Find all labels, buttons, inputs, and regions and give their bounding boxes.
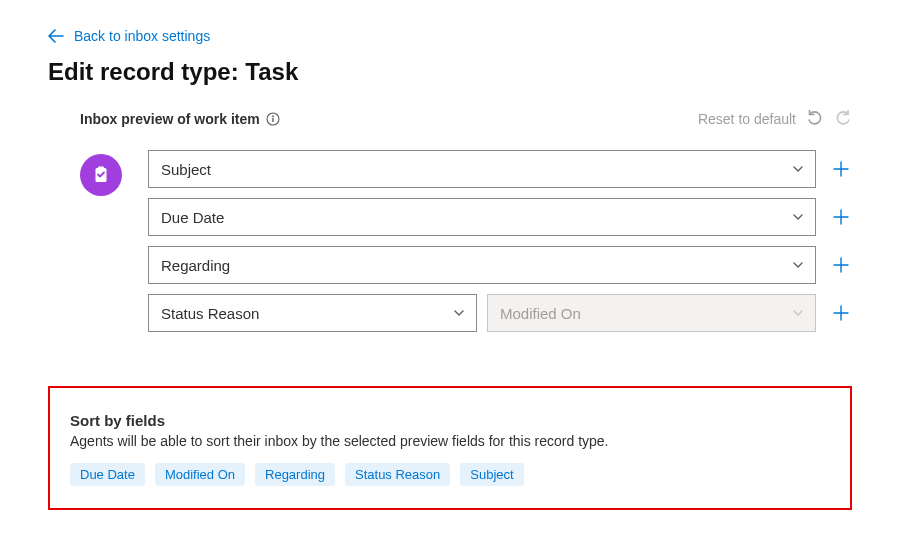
sort-field-chip[interactable]: Subject <box>460 463 523 486</box>
undo-icon[interactable] <box>806 110 824 128</box>
chevron-down-icon <box>791 210 805 224</box>
preview-field-value-2: Regarding <box>161 257 230 274</box>
reset-to-default-link[interactable]: Reset to default <box>698 111 796 127</box>
preview-field-select-3a[interactable]: Status Reason <box>148 294 477 332</box>
preview-field-select-3b: Modified On <box>487 294 816 332</box>
task-type-icon <box>80 154 122 196</box>
chevron-down-icon <box>452 306 466 320</box>
sort-field-chip[interactable]: Modified On <box>155 463 245 486</box>
chevron-down-icon <box>791 258 805 272</box>
preview-section-label: Inbox preview of work item <box>80 111 280 127</box>
back-to-inbox-link[interactable]: Back to inbox settings <box>48 28 210 44</box>
info-icon[interactable] <box>266 112 280 126</box>
sort-title: Sort by fields <box>70 412 830 429</box>
svg-point-1 <box>272 115 274 117</box>
preview-field-value-0: Subject <box>161 161 211 178</box>
sort-by-fields-panel: Sort by fields Agents will be able to so… <box>48 386 852 510</box>
add-field-button[interactable] <box>830 206 852 228</box>
back-link-label: Back to inbox settings <box>74 28 210 44</box>
preview-field-select-2[interactable]: Regarding <box>148 246 816 284</box>
add-field-button[interactable] <box>830 158 852 180</box>
svg-rect-4 <box>98 167 104 170</box>
sort-field-chip[interactable]: Status Reason <box>345 463 450 486</box>
add-field-button[interactable] <box>830 302 852 324</box>
redo-icon[interactable] <box>834 110 852 128</box>
preview-field-value-3a: Status Reason <box>161 305 259 322</box>
preview-field-value-3b: Modified On <box>500 305 581 322</box>
preview-field-select-0[interactable]: Subject <box>148 150 816 188</box>
svg-rect-2 <box>272 118 273 122</box>
arrow-left-icon <box>48 29 64 43</box>
preview-field-select-1[interactable]: Due Date <box>148 198 816 236</box>
chevron-down-icon <box>791 162 805 176</box>
page-title: Edit record type: Task <box>48 58 852 86</box>
sort-field-chip[interactable]: Due Date <box>70 463 145 486</box>
sort-description: Agents will be able to sort their inbox … <box>70 433 830 449</box>
add-field-button[interactable] <box>830 254 852 276</box>
preview-section-label-text: Inbox preview of work item <box>80 111 260 127</box>
chevron-down-icon <box>791 306 805 320</box>
sort-field-chip[interactable]: Regarding <box>255 463 335 486</box>
preview-field-value-1: Due Date <box>161 209 224 226</box>
